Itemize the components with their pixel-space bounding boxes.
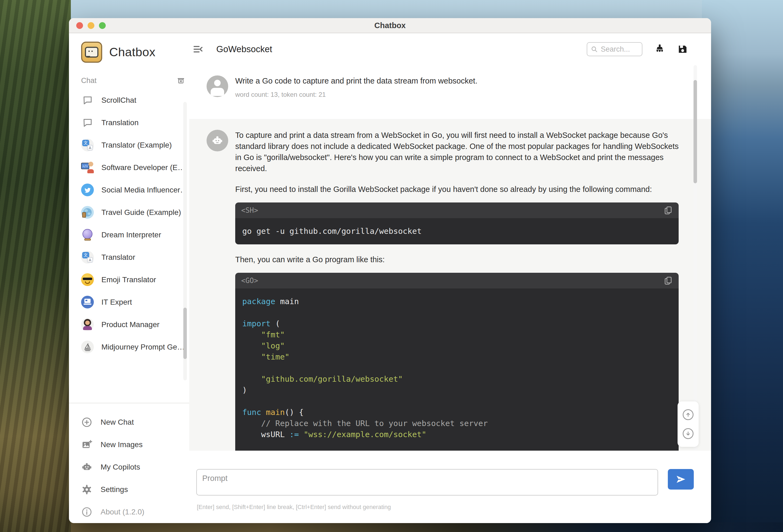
assistant-paragraph: To capture and print a data stream from … [235,130,680,174]
chat-item-emoji-translator[interactable]: Emoji Translator [81,269,189,291]
action-label: About (1.2.0) [101,508,145,516]
chat-item-translator-example[interactable]: 文 A Translator (Example) [81,134,189,156]
search-icon [591,45,598,53]
chat-item-dream-interpreter[interactable]: Dream Interpreter [81,224,189,246]
gear-icon [81,484,92,495]
chat-item-translation[interactable]: Translation [81,112,189,134]
assistant-message: To capture and print a data stream from … [189,119,711,450]
my-copilots-button[interactable]: My Copilots [81,456,189,478]
chat-item-social-media-influencer[interactable]: Social Media Influencer… [81,179,189,201]
new-chat-button[interactable]: New Chat [81,411,189,433]
action-label: Settings [101,485,128,494]
settings-button[interactable]: Settings [81,478,189,501]
robot-face-icon [211,134,224,147]
code-language-label: <SH> [241,206,258,214]
window-title: Chatbox [69,21,711,30]
chat-item-label: IT Expert [101,298,132,307]
sidebar: Chatbox Chat ScrollChat [69,33,189,523]
chatbox-logo-icon [81,42,102,63]
desktop-wallpaper-ocean [702,0,783,532]
robot-icon [81,462,92,473]
crystal-ball-icon [81,228,94,241]
code-block-go: <GO> package main import ( "fmt" "log" "… [235,273,679,450]
globe-travel-icon [81,206,94,219]
main-panel: GoWebsocket Search... [189,33,711,523]
copy-code-button[interactable] [663,276,673,285]
scroll-to-top-button[interactable] [683,409,693,420]
clear-chats-button[interactable] [176,76,186,85]
translate-icon: 文 A [81,251,94,263]
action-label: New Images [101,440,143,449]
app-brand: Chatbox [81,40,189,65]
sunglasses-face-icon [81,273,94,286]
send-icon [675,473,687,486]
prompt-placeholder: Prompt [202,474,227,482]
chat-item-label: Emoji Translator [101,276,156,284]
new-images-button[interactable]: New Images [81,433,189,456]
code-sh-content: go get -u github.com/gorilla/websocket [235,218,679,244]
user-message-text: Write a Go code to capture and print the… [235,75,477,87]
chat-item-label: Translation [101,118,138,127]
sidebar-scrollbar-thumb[interactable] [183,308,187,359]
app-name: Chatbox [109,45,155,59]
sailboat-icon [81,341,94,353]
window-titlebar[interactable]: Chatbox [69,18,711,33]
chat-item-translator[interactable]: 文 A Translator [81,246,189,269]
user-message: Write a Go code to capture and print the… [189,65,711,119]
user-avatar [207,75,228,97]
arrow-down-icon [685,431,691,437]
twitter-bird-icon [81,184,94,196]
search-input[interactable]: Search... [587,42,643,56]
user-message-meta: word count: 13, token count: 21 [235,91,477,98]
composer-hint: [Enter] send, [Shift+Enter] line break, … [197,504,391,511]
chat-scrollbar-thumb[interactable] [693,80,697,183]
chat-item-label: Travel Guide (Example) [101,208,181,217]
copy-icon [663,206,673,215]
save-floppy-icon [677,44,688,55]
chat-item-label: Midjourney Prompt Ge… [101,343,185,351]
chat-item-label: ScrollChat [101,96,136,105]
copy-icon [663,276,673,285]
chat-item-midjourney-prompt[interactable]: Midjourney Prompt Ge… [81,336,189,358]
chat-bubble-icon [81,94,94,106]
chat-item-label: Social Media Influencer… [101,186,188,194]
chat-section-label: Chat [81,76,176,85]
copy-code-button[interactable] [663,206,673,215]
save-session-button[interactable] [677,44,688,55]
search-placeholder: Search... [601,45,630,54]
assistant-paragraph: First, you need to install the Gorilla W… [235,184,680,195]
action-label: My Copilots [101,463,140,471]
chat-item-label: Translator [101,253,135,262]
chat-item-software-developer[interactable]: </> Software Developer (E… [81,156,189,179]
chat-bubble-icon [81,116,94,129]
conversation-title: GoWebsocket [216,44,272,54]
plus-circle-icon [81,416,92,428]
desktop-wallpaper-forest [0,0,71,532]
chat-item-label: Dream Interpreter [101,230,161,239]
prompt-input[interactable]: Prompt [196,469,658,496]
scroll-tools-panel [678,401,699,447]
code-block-sh: <SH> go get -u github.com/gorilla/websoc… [235,202,679,244]
arrow-up-icon [685,412,691,418]
composer: Prompt [Enter] send, [Shift+Enter] line … [189,450,711,523]
sidebar-actions: New Chat New Images [69,403,189,523]
chat-item-it-expert[interactable]: IT Expert [81,291,189,313]
send-button[interactable] [668,469,694,490]
chat-scroll-area[interactable]: Write a Go code to capture and print the… [189,65,711,450]
collapse-sidebar-button[interactable] [191,42,205,56]
chat-item-travel-guide[interactable]: Travel Guide (Example) [81,201,189,224]
about-button[interactable]: About (1.2.0) [81,501,189,523]
assistant-avatar [207,130,228,151]
chat-item-label: Translator (Example) [101,141,172,150]
chat-item-product-manager[interactable]: Product Manager [81,313,189,336]
woman-icon [81,318,94,331]
clean-messages-button[interactable] [654,44,665,55]
action-label: New Chat [101,418,134,427]
scroll-to-bottom-button[interactable] [683,428,693,439]
chat-item-label: Product Manager [101,320,159,329]
code-go-content: package main import ( "fmt" "log" "time"… [235,288,679,450]
chat-item-scrollchat[interactable]: ScrollChat [81,89,189,112]
chat-list: ScrollChat Translation 文 A Translator (E… [69,89,189,401]
sidebar-collapse-icon [192,44,203,55]
code-language-label: <GO> [241,277,258,285]
